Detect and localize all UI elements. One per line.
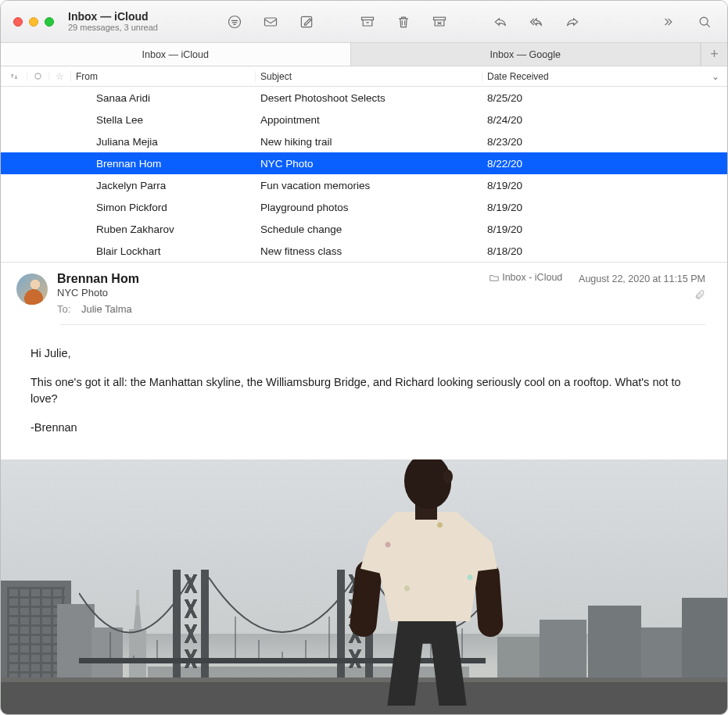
row-subject: Schedule change xyxy=(256,223,482,235)
message-row[interactable]: Stella LeeAppointment8/24/20 xyxy=(1,109,727,130)
preview-to-line: To: Julie Talma xyxy=(57,303,480,315)
row-date: 8/19/20 xyxy=(482,202,727,213)
get-mail-button[interactable] xyxy=(257,11,284,33)
preview-datetime: August 22, 2020 at 11:15 PM xyxy=(579,273,705,284)
reply-all-button[interactable] xyxy=(523,11,550,33)
row-subject: NYC Photo xyxy=(256,158,482,170)
avatar xyxy=(16,273,48,305)
column-date-label: Date Received xyxy=(487,71,549,82)
sort-indicator-icon[interactable] xyxy=(1,72,27,81)
column-subject[interactable]: Subject xyxy=(256,71,482,82)
filter-button[interactable] xyxy=(221,11,248,33)
close-window[interactable] xyxy=(13,17,23,27)
message-row[interactable]: Sanaa AridiDesert Photoshoot Selects8/25… xyxy=(1,87,727,109)
tab-bar: Inbox — iCloud Inbox — Google + xyxy=(1,43,727,66)
body-paragraph: Hi Julie, xyxy=(30,345,705,362)
row-subject: Playground photos xyxy=(256,202,482,213)
row-date: 8/22/20 xyxy=(482,158,727,170)
compose-button[interactable] xyxy=(293,11,320,33)
mailbox-label: Inbox - iCloud xyxy=(502,272,562,283)
message-header: Brennan Hom NYC Photo To: Julie Talma In… xyxy=(16,272,705,315)
row-from: Stella Lee xyxy=(71,114,256,126)
delete-button[interactable] xyxy=(390,11,417,33)
row-date: 8/23/20 xyxy=(482,136,727,148)
row-from: Brennan Hom xyxy=(71,158,256,170)
chevron-down-icon: ⌄ xyxy=(712,71,719,82)
more-button[interactable] xyxy=(654,11,680,33)
row-subject: New hiking trail xyxy=(256,136,482,148)
row-date: 8/19/20 xyxy=(482,223,727,235)
archive-button[interactable] xyxy=(354,11,381,33)
mailbox-location[interactable]: Inbox - iCloud xyxy=(490,272,562,283)
window-title-block: Inbox — iCloud 29 messages, 3 unread xyxy=(68,10,201,33)
folder-icon xyxy=(490,273,499,282)
column-headers: ☆ From Subject Date Received⌄ xyxy=(1,66,727,87)
message-row[interactable]: Blair LockhartNew fitness class8/18/20 xyxy=(1,240,727,262)
junk-button[interactable] xyxy=(426,11,453,33)
minimize-window[interactable] xyxy=(29,17,38,27)
zoom-window[interactable] xyxy=(45,17,54,27)
to-label: To: xyxy=(57,303,70,315)
tab-label: Inbox — Google xyxy=(490,49,561,60)
message-row[interactable]: Jackelyn ParraFun vacation memories8/19/… xyxy=(1,174,727,196)
row-date: 8/19/20 xyxy=(482,180,727,191)
message-row[interactable]: Ruben ZakharovSchedule change8/19/20 xyxy=(1,218,727,240)
search-button[interactable] xyxy=(691,11,718,33)
row-date: 8/25/20 xyxy=(482,92,727,104)
preview-from: Brennan Hom xyxy=(57,272,480,286)
window-subtitle: 29 messages, 3 unread xyxy=(68,23,201,33)
message-body: Hi Julie, This one's got it all: the Man… xyxy=(1,330,727,459)
svg-rect-4 xyxy=(434,17,446,20)
to-recipient[interactable]: Julie Talma xyxy=(81,303,132,315)
message-preview: Brennan Hom NYC Photo To: Julie Talma In… xyxy=(1,263,727,330)
row-subject: Desert Photoshoot Selects xyxy=(256,92,482,104)
message-row[interactable]: Brennan HomNYC Photo8/22/20 xyxy=(1,152,727,174)
toolbar xyxy=(207,11,718,33)
message-row[interactable]: Simon PickfordPlayground photos8/19/20 xyxy=(1,196,727,218)
row-date: 8/18/20 xyxy=(482,245,727,257)
titlebar: Inbox — iCloud 29 messages, 3 unread xyxy=(1,1,727,43)
unread-column[interactable] xyxy=(27,73,49,80)
new-tab-button[interactable]: + xyxy=(701,43,727,66)
header-body-divider xyxy=(60,324,705,325)
flag-column[interactable]: ☆ xyxy=(49,71,71,82)
row-from: Blair Lockhart xyxy=(71,245,256,257)
svg-point-0 xyxy=(229,16,241,27)
reply-button[interactable] xyxy=(487,11,514,33)
row-from: Jackelyn Parra xyxy=(71,180,256,191)
message-list: Sanaa AridiDesert Photoshoot Selects8/25… xyxy=(1,87,727,262)
attachment-icon[interactable] xyxy=(490,289,705,302)
svg-point-6 xyxy=(35,73,41,79)
attachment-image[interactable] xyxy=(1,459,727,715)
row-subject: Fun vacation memories xyxy=(256,180,482,191)
preview-subject: NYC Photo xyxy=(57,287,480,299)
row-subject: Appointment xyxy=(256,114,482,126)
message-row[interactable]: Juliana MejiaNew hiking trail8/23/20 xyxy=(1,130,727,152)
svg-rect-3 xyxy=(362,17,374,20)
column-date[interactable]: Date Received⌄ xyxy=(482,71,727,82)
row-date: 8/24/20 xyxy=(482,114,727,126)
svg-rect-1 xyxy=(265,18,277,26)
svg-point-5 xyxy=(700,17,708,25)
row-from: Juliana Mejia xyxy=(71,136,256,148)
body-paragraph: -Brennan xyxy=(30,420,705,436)
tab-inbox-icloud[interactable]: Inbox — iCloud xyxy=(1,43,351,66)
forward-button[interactable] xyxy=(559,11,586,33)
row-subject: New fitness class xyxy=(256,245,482,257)
column-from[interactable]: From xyxy=(71,71,256,82)
window-title: Inbox — iCloud xyxy=(68,10,201,23)
tab-label: Inbox — iCloud xyxy=(142,49,209,60)
window-controls xyxy=(13,17,54,27)
row-from: Sanaa Aridi xyxy=(71,92,256,104)
tab-inbox-google[interactable]: Inbox — Google xyxy=(351,43,701,66)
row-from: Ruben Zakharov xyxy=(71,223,256,235)
row-from: Simon Pickford xyxy=(71,202,256,213)
body-paragraph: This one's got it all: the Manhattan sky… xyxy=(30,374,705,407)
